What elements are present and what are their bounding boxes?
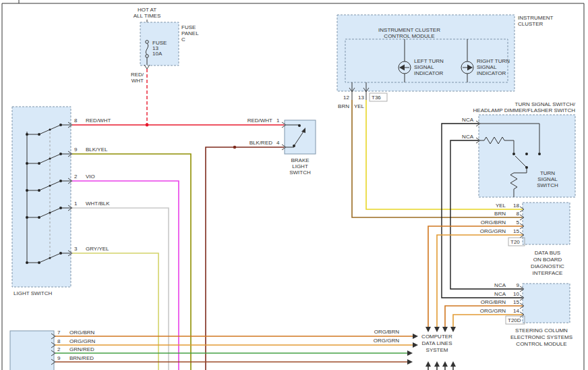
pin-number: 12 (343, 95, 349, 101)
fuse-panel-label: FUSE (181, 24, 196, 30)
data-bus-title: DATA BUS (535, 250, 560, 256)
wire-label: ORG/BRN (481, 299, 506, 305)
fuse-panel: HOT AT ALL TIMES FUSE PANEL C FUSE 13 10… (131, 7, 199, 126)
data-line-wires (425, 226, 523, 332)
hot-at-label: ALL TIMES (134, 13, 160, 19)
wiring-diagram-svg: HOT AT ALL TIMES FUSE PANEL C FUSE 13 10… (0, 0, 588, 370)
steering-title: CONTROL MODULE (516, 341, 566, 347)
wire-label: ORG/GRN (480, 228, 506, 234)
cluster-module-label: CONTROL MODULE (384, 33, 434, 39)
connector-ref: T20 (510, 239, 520, 245)
computer-system-title: COMPUTER (421, 334, 452, 340)
fuse-label: 10A (152, 51, 163, 57)
pin-number: 9 (74, 147, 78, 153)
indicator-label: INDICATOR (414, 70, 443, 76)
pin-number: 15 (513, 299, 519, 305)
junction-dot (233, 146, 237, 149)
pin-number: 3 (74, 246, 78, 252)
data-bus-interface: YEL 18 BRN 8 ORG/BRN 5 ORG/GRN 15 T20 DA… (480, 203, 570, 276)
indicator-label: SIGNAL (477, 64, 497, 70)
cluster-outer-label: CLUSTER (518, 21, 543, 27)
wire-label: BLK/RED (249, 140, 272, 146)
pin-number: 1 (74, 201, 78, 207)
brake-light-switch: RED/WHT 1 BLK/RED 4 BRAKE LIGHT SWITCH (247, 117, 316, 176)
wire-wht-blk (72, 208, 169, 370)
cluster-outer-label: INSTRUMENT (518, 15, 554, 21)
pin-number: 7 (57, 329, 61, 336)
wire-label: NCA (494, 291, 506, 297)
wire-label: YEL (496, 203, 506, 209)
turn-switch-title: TURN SIGNAL SWITCH/ (515, 101, 576, 107)
wire-gry-yel (72, 253, 158, 370)
data-bus-title: INTERFACE (533, 270, 563, 276)
wire-label: NCA (462, 117, 474, 123)
wiring-diagram-page: HOT AT ALL TIMES FUSE PANEL C FUSE 13 10… (0, 0, 588, 370)
bottom-module: 7 ORG/BRN 8 ORG/GRN 2 GRN/RED 9 BRN/RED (10, 329, 418, 370)
turn-switch-inner-label: SIGNAL (537, 176, 558, 182)
turn-switch-inner-label: TURN (540, 170, 555, 176)
wire-label: BRN (338, 103, 349, 109)
fuse-panel-label: PANEL (181, 30, 199, 36)
cluster-module-label: INSTRUMENT CLUSTER (378, 27, 440, 33)
pin-number: 8 (517, 211, 520, 217)
hot-at-label: HOT AT (138, 7, 156, 13)
pin-number: 10 (513, 291, 519, 297)
data-bus-title: DIAGNOSTIC (531, 263, 564, 269)
light-switch-title: LIGHT SWITCH (13, 290, 52, 296)
indicator-label: SIGNAL (414, 64, 434, 70)
pin-number: 2 (74, 174, 78, 180)
indicator-label: INDICATOR (477, 70, 506, 76)
wire-label: ORG/BRN (374, 329, 400, 335)
steering-title: ELECTRONIC SYSTEMS (510, 334, 572, 340)
pin-number: 9 (57, 355, 61, 361)
wire-label: ORG/BRN (69, 329, 95, 336)
wire-blk-yel (72, 154, 191, 370)
wire-label: VIO (86, 174, 95, 180)
pin-number: 1 (276, 117, 280, 124)
pin-number: 2 (57, 346, 61, 352)
pin-number: 13 (358, 95, 364, 101)
pin-number: 18 (513, 203, 519, 209)
connector-ref: T36 (372, 95, 381, 101)
connector-ref: T20D (508, 317, 521, 323)
turn-switch-title: HEADLAMP DIMMER/FLASHER SWITCH (473, 107, 576, 113)
feed-wire-label: RED/ (131, 72, 144, 78)
instrument-cluster-box (337, 15, 514, 91)
wire-label: RED/WHT (247, 117, 272, 124)
wire-label: YEL (354, 103, 365, 109)
light-switch: LIGHT SWITCH 8 RED/WHT 9 BLK/YEL 2 (12, 107, 111, 296)
pin-number: 5 (517, 219, 520, 226)
feed-wire-label: WHT (131, 78, 144, 84)
pin-number: 8 (57, 338, 61, 344)
brake-switch-title: BRAKE (291, 157, 309, 163)
wire-label: ORG/BRN (481, 219, 506, 226)
pin-number: 15 (513, 228, 519, 234)
steering-column-box (523, 284, 570, 323)
pin-number: 8 (74, 117, 78, 124)
turn-signal-switch: TURN SIGNAL SWITCH/ HEADLAMP DIMMER/FLAS… (462, 101, 576, 197)
wire-label: NCA (494, 282, 506, 288)
wire-label: ORG/GRN (480, 308, 506, 314)
light-switch-box (12, 107, 71, 287)
pin-number: 4 (276, 140, 280, 146)
wire-label: NCA (462, 134, 474, 140)
steering-title: STEERING COLUMN (515, 327, 568, 334)
turn-signal-switch-box (479, 115, 575, 197)
wire-label: BRN/RED (69, 355, 94, 361)
indicator-label: LEFT TURN (414, 58, 444, 64)
wire-label: GRN/RED (69, 346, 94, 352)
wire-label: ORG/GRN (69, 338, 95, 344)
data-bus-box (523, 203, 570, 244)
data-bus-title: ON BOARD (533, 257, 562, 263)
wire-label: RED/WHT (86, 117, 111, 124)
turn-switch-inner-label: SWITCH (537, 182, 558, 188)
pin-number: 9 (517, 282, 520, 288)
brake-switch-title: SWITCH (289, 169, 311, 176)
brake-switch-title: LIGHT (292, 163, 308, 169)
wire-label: ORG/GRN (374, 338, 399, 344)
computer-system-title: SYSTEM (426, 347, 448, 353)
wire-label: GRY/YEL (86, 246, 109, 252)
wire-label: BRN (494, 211, 506, 217)
indicator-label: RIGHT TURN (477, 58, 510, 64)
computer-system-title: DATA LINES (421, 340, 452, 346)
